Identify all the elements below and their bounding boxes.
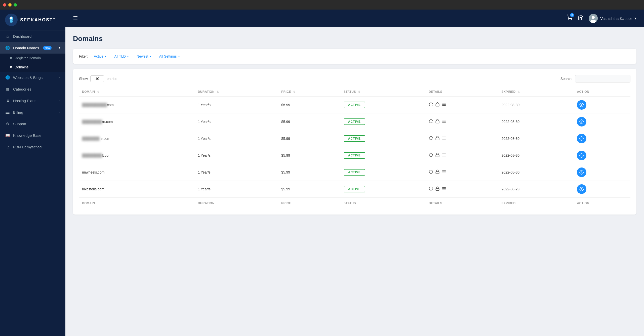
cell-domain: unwheels.com (79, 164, 195, 181)
action-button[interactable] (577, 117, 586, 127)
close-button[interactable] (3, 3, 6, 7)
sidebar-label-dashboard: Dashboard (13, 34, 31, 38)
cell-expired: 2022-08-30 (498, 147, 574, 164)
cell-expired: 2022-08-30 (498, 130, 574, 147)
sidebar-label-support: Support (13, 122, 26, 126)
cell-duration: 1 Year/s (195, 113, 278, 130)
col-action: ACTION (574, 88, 630, 96)
cell-action (574, 96, 630, 113)
refresh-icon[interactable] (429, 170, 433, 175)
action-button[interactable] (577, 134, 586, 143)
svg-rect-36 (436, 188, 439, 190)
cell-details (426, 147, 498, 164)
sidebar-label-pbn: PBN Demystified (13, 145, 42, 149)
chevron-down-icon: ‹ (59, 110, 60, 114)
svg-point-5 (12, 21, 12, 21)
cell-duration: 1 Year/s (195, 164, 278, 181)
sidebar-label-knowledge-base: Knowledge Base (13, 133, 42, 138)
maximize-button[interactable] (14, 3, 17, 7)
menu-icon[interactable] (442, 136, 446, 141)
svg-point-25 (581, 138, 582, 139)
cart-button[interactable]: 0 (567, 15, 573, 22)
cell-details (426, 164, 498, 181)
status-badge: ACTIVE (344, 169, 365, 176)
refresh-icon[interactable] (429, 136, 433, 141)
domain-suffix: com (107, 103, 113, 107)
filter-settings[interactable]: All Settings ▾ (157, 53, 181, 59)
support-icon: ⊙ (5, 121, 10, 126)
hamburger-button[interactable]: ☰ (73, 15, 78, 22)
footer-col-expired: EXPIRED (498, 198, 574, 208)
menu-icon[interactable] (442, 170, 446, 175)
cell-domain: ████████re.com (79, 113, 195, 130)
sidebar-item-register-domain[interactable]: Register Domain (0, 54, 65, 63)
action-button[interactable] (577, 167, 586, 177)
cell-duration: 1 Year/s (195, 96, 278, 113)
sort-icon: ⇅ (517, 90, 520, 93)
sidebar-item-categories[interactable]: ▦ Categories (0, 83, 65, 95)
search-input[interactable] (575, 75, 630, 82)
lock-icon[interactable] (435, 153, 440, 158)
sidebar-item-hosting-plans[interactable]: 🖥 Hosting Plans ‹ (0, 95, 65, 106)
refresh-icon[interactable] (429, 186, 433, 192)
sidebar-item-domain-names[interactable]: 🌐 Domain Names New ▾ (0, 42, 65, 54)
lock-icon[interactable] (435, 170, 440, 175)
sidebar-item-domains[interactable]: Domains (0, 63, 65, 72)
sort-icon: ⇅ (293, 90, 296, 93)
cell-status: ACTIVE (341, 113, 426, 130)
refresh-icon[interactable] (429, 102, 433, 108)
chevron-down-icon: ▾ (59, 46, 60, 50)
user-menu[interactable]: Vashishtha Kapoor ▾ (589, 14, 636, 23)
sidebar-item-pbn[interactable]: 🖥 PBN Demystified (0, 141, 65, 153)
table-controls: Show entries Search: (79, 75, 630, 82)
sidebar-item-billing[interactable]: ▬ Billing ‹ (0, 106, 65, 118)
cell-action (574, 181, 630, 198)
lock-icon[interactable] (435, 136, 440, 141)
filter-active[interactable]: Active ▾ (92, 53, 108, 59)
filter-newest-label: Newest (137, 54, 148, 58)
status-badge: ACTIVE (344, 152, 365, 159)
action-button[interactable] (577, 184, 586, 194)
domain-blurred: ███████ (82, 137, 99, 141)
domain-subnav: Register Domain Domains (0, 54, 65, 72)
sidebar-item-websites-blogs[interactable]: 🌐 Websites & Blogs ‹ (0, 72, 65, 83)
svg-point-40 (581, 189, 582, 190)
action-button[interactable] (577, 151, 586, 160)
sidebar-item-dashboard[interactable]: ⌂ Dashboard (0, 30, 65, 42)
cell-duration: 1 Year/s (195, 130, 278, 147)
cell-details (426, 130, 498, 147)
menu-icon[interactable] (442, 186, 446, 192)
cell-details (426, 181, 498, 198)
filter-newest[interactable]: Newest ▾ (135, 53, 153, 59)
filter-tld[interactable]: All TLD ▾ (112, 53, 131, 59)
menu-icon[interactable] (442, 153, 446, 158)
lock-icon[interactable] (435, 102, 440, 108)
entries-input[interactable] (90, 75, 104, 82)
action-button[interactable] (577, 100, 586, 110)
lock-icon[interactable] (435, 119, 440, 124)
content-area: Domains Filter: Active ▾ All TLD ▾ Newes… (65, 27, 644, 336)
cell-status: ACTIVE (341, 164, 426, 181)
refresh-icon[interactable] (429, 119, 433, 124)
logo-text: SEEKAHOST™ (20, 17, 56, 23)
sidebar-label-hosting: Hosting Plans (13, 99, 36, 103)
filter-bar: Filter: Active ▾ All TLD ▾ Newest ▾ All … (73, 49, 636, 64)
cell-price: $5.99 (278, 113, 341, 130)
menu-icon[interactable] (442, 119, 446, 124)
refresh-icon[interactable] (429, 153, 433, 158)
lock-icon[interactable] (435, 186, 440, 192)
svg-rect-21 (436, 138, 439, 140)
menu-icon[interactable] (442, 102, 446, 108)
svg-rect-16 (436, 121, 439, 123)
col-duration: DURATION ⇅ (195, 88, 278, 96)
cell-domain: ████████lt.com (79, 147, 195, 164)
filter-tld-label: All TLD (114, 54, 126, 58)
sidebar-item-knowledge-base[interactable]: 📖 Knowledge Base (0, 130, 65, 141)
details-icons (429, 153, 495, 158)
sidebar-item-support[interactable]: ⊙ Support (0, 118, 65, 130)
minimize-button[interactable] (8, 3, 12, 7)
domain-blurred: ████████ (82, 120, 102, 124)
cell-status: ACTIVE (341, 181, 426, 198)
cell-expired: 2022-08-30 (498, 96, 574, 113)
home-nav-button[interactable] (578, 15, 584, 22)
